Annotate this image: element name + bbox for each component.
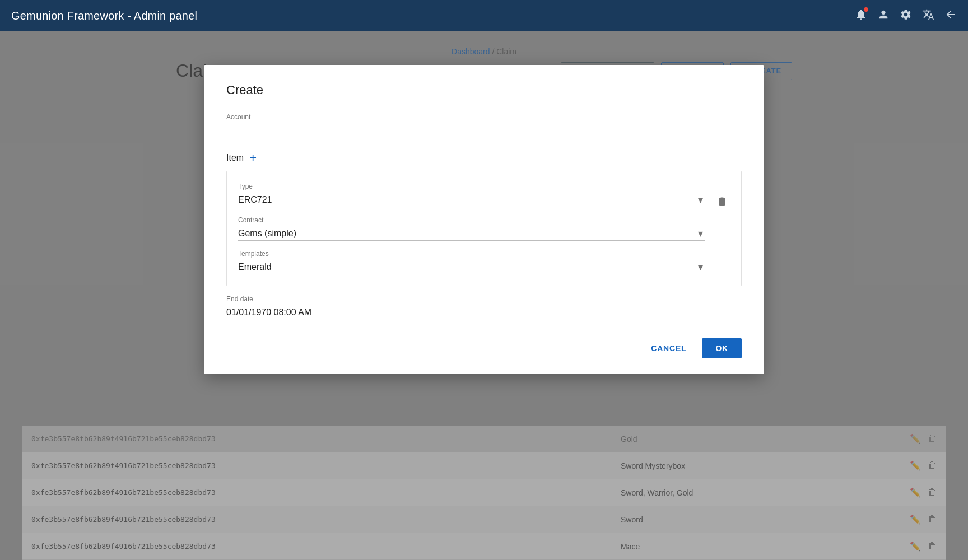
account-label: Account <box>226 113 742 121</box>
account-icon[interactable] <box>877 8 890 24</box>
back-icon[interactable] <box>944 8 957 24</box>
modal-footer: CANCEL OK <box>226 338 742 358</box>
modal-create: Create Account Item + Type <box>204 65 764 374</box>
templates-select-wrap: Emerald ▾ <box>238 260 705 274</box>
templates-field: Templates Emerald ▾ <box>238 250 705 274</box>
ok-button[interactable]: OK <box>702 338 742 358</box>
account-field: Account <box>226 113 742 138</box>
contract-select[interactable]: Gems (simple) <box>238 226 705 241</box>
end-date-field: End date <box>226 295 742 320</box>
contract-label: Contract <box>238 216 705 224</box>
notification-icon[interactable] <box>855 8 867 24</box>
page-background: Dashboard / Claim Claim SHOW FILTERS + U… <box>0 31 968 560</box>
contract-field: Contract Gems (simple) ▾ <box>238 216 705 241</box>
trash-icon <box>716 196 728 207</box>
account-input[interactable] <box>226 123 742 138</box>
item-card: Type ERC721 ERC1155 ERC20 ▾ <box>226 171 742 286</box>
navbar: Gemunion Framework - Admin panel <box>0 0 968 31</box>
item-label: Item <box>226 153 244 163</box>
translate-icon[interactable] <box>922 8 934 24</box>
contract-select-wrap: Gems (simple) ▾ <box>238 226 705 241</box>
navbar-icons <box>855 8 957 24</box>
templates-label: Templates <box>238 250 705 258</box>
end-date-input[interactable] <box>226 305 742 320</box>
item-section-header: Item + <box>226 152 742 164</box>
type-field: Type ERC721 ERC1155 ERC20 ▾ <box>238 183 705 207</box>
type-label: Type <box>238 183 705 190</box>
delete-item-button[interactable] <box>714 194 730 212</box>
cancel-button[interactable]: CANCEL <box>642 338 695 358</box>
type-select-wrap: ERC721 ERC1155 ERC20 ▾ <box>238 193 705 207</box>
templates-select[interactable]: Emerald <box>238 260 705 274</box>
add-item-button[interactable]: + <box>249 152 257 164</box>
settings-icon[interactable] <box>900 8 912 24</box>
modal-title: Create <box>226 83 742 97</box>
item-card-inner: Type ERC721 ERC1155 ERC20 ▾ <box>238 183 730 274</box>
item-fields: Type ERC721 ERC1155 ERC20 ▾ <box>238 183 705 274</box>
app-title: Gemunion Framework - Admin panel <box>11 10 197 22</box>
type-select[interactable]: ERC721 ERC1155 ERC20 <box>238 193 705 207</box>
end-date-label: End date <box>226 295 742 303</box>
modal-overlay: Create Account Item + Type <box>0 31 968 560</box>
